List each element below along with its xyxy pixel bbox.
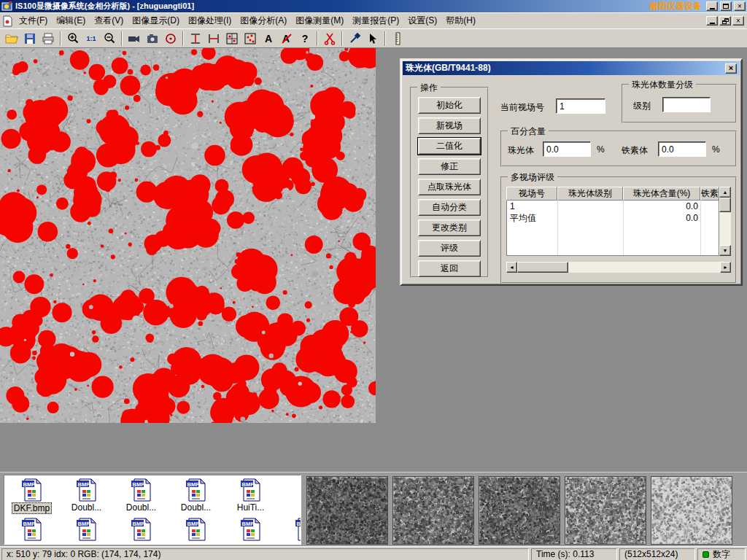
annotate-text-icon[interactable]: A bbox=[260, 31, 277, 47]
toolbar-separator bbox=[182, 31, 184, 46]
file-item[interactable] bbox=[278, 515, 301, 541]
change-class-button[interactable]: 更改类别 bbox=[418, 219, 481, 236]
metallograph-image[interactable] bbox=[0, 48, 376, 423]
target-icon[interactable] bbox=[162, 31, 179, 47]
file-row-partial bbox=[4, 515, 301, 541]
grading-group-label: 珠光体数量分级 bbox=[629, 79, 696, 90]
file-item[interactable] bbox=[59, 515, 114, 541]
current-field-input[interactable] bbox=[556, 98, 605, 114]
thumbnail-image-3[interactable] bbox=[479, 476, 560, 545]
color-picker-icon[interactable] bbox=[346, 31, 363, 47]
thumbnail-image-4[interactable] bbox=[565, 476, 646, 545]
file-item[interactable]: Doubl... bbox=[114, 475, 169, 514]
snapshot-camera-icon[interactable] bbox=[144, 31, 161, 47]
menu-item-settings[interactable]: 设置(S) bbox=[403, 13, 441, 28]
pearlite-label: 珠光体 bbox=[508, 144, 534, 157]
return-button[interactable]: 返回 bbox=[418, 260, 481, 277]
scroll-thumb[interactable] bbox=[719, 198, 731, 212]
save-icon[interactable] bbox=[21, 31, 39, 47]
table-horizontal-scrollbar[interactable]: ◄ ► bbox=[506, 262, 731, 273]
file-item[interactable]: DKF.bmp bbox=[4, 475, 59, 514]
thumbnail-image-1[interactable] bbox=[306, 476, 388, 545]
measure-count-icon[interactable] bbox=[241, 31, 259, 47]
measure-horizontal-icon[interactable] bbox=[205, 31, 222, 47]
actual-size-icon[interactable]: 1:1 bbox=[82, 31, 100, 47]
table-row[interactable]: 平均值 0.0 bbox=[507, 212, 719, 224]
print-icon[interactable] bbox=[39, 31, 57, 47]
column-header[interactable]: 视场号 bbox=[506, 187, 557, 201]
thumbnail-image-5[interactable] bbox=[651, 476, 732, 545]
correct-button[interactable]: 修正 bbox=[418, 158, 481, 175]
menu-item-edit[interactable]: 编辑(E) bbox=[52, 13, 90, 28]
bmp-file-icon bbox=[20, 478, 44, 502]
file-item[interactable]: HuiTi... bbox=[223, 475, 278, 514]
grade-button[interactable]: 评级 bbox=[418, 240, 481, 257]
scroll-up-button[interactable]: ▲ bbox=[719, 187, 731, 198]
menu-item-image-process[interactable]: 图像处理(I) bbox=[184, 13, 236, 28]
toolbar: 1:1 A A ? bbox=[0, 28, 747, 48]
dialog-close-button[interactable]: × bbox=[725, 63, 737, 74]
cut-icon[interactable] bbox=[321, 31, 338, 47]
menu-item-image-measure[interactable]: 图像测量(M) bbox=[291, 13, 348, 28]
auto-classify-button[interactable]: 自动分类 bbox=[418, 199, 481, 216]
mdi-close-button[interactable]: × bbox=[732, 16, 744, 26]
video-camera-icon[interactable] bbox=[125, 31, 143, 47]
grade-input[interactable] bbox=[662, 97, 711, 112]
file-list[interactable]: DKF.bmp Doubl... Doubl... Doubl... HuiTi… bbox=[4, 475, 301, 545]
open-folder-icon[interactable] bbox=[3, 31, 20, 47]
file-item[interactable]: Doubl... bbox=[169, 475, 223, 514]
menu-item-image-display[interactable]: 图像显示(D) bbox=[128, 13, 184, 28]
bmp-file-icon bbox=[294, 518, 302, 541]
table-vertical-scrollbar[interactable]: ▲ ▼ bbox=[719, 187, 731, 256]
bmp-file-icon bbox=[239, 518, 263, 541]
zoom-in-icon[interactable] bbox=[64, 31, 82, 47]
measure-grid-icon[interactable] bbox=[223, 31, 241, 47]
ruler-icon[interactable] bbox=[389, 31, 406, 47]
thumbnail-image-2[interactable] bbox=[392, 476, 474, 545]
column-header[interactable]: 铁素 bbox=[700, 187, 719, 201]
table-row[interactable]: 1 0.0 bbox=[507, 201, 719, 212]
window-title: IS100显微摄像系统(金相分析版) - [zhuguangti01] bbox=[15, 1, 194, 12]
file-item[interactable] bbox=[169, 515, 223, 541]
rating-table: 视场号 珠光体级别 珠光体含量(%) 铁素 1 bbox=[506, 187, 719, 256]
menu-item-measure-report[interactable]: 测量报告(P) bbox=[348, 13, 403, 28]
column-header[interactable]: 珠光体级别 bbox=[557, 187, 623, 201]
ferrite-label: 铁素体 bbox=[622, 144, 648, 157]
menu-item-image-analysis[interactable]: 图像分析(A) bbox=[236, 13, 291, 28]
scroll-left-button[interactable]: ◄ bbox=[506, 262, 517, 273]
title-bar[interactable]: IS100显微摄像系统(金相分析版) - [zhuguangti01] 南阳仪器… bbox=[0, 0, 747, 12]
file-item[interactable] bbox=[114, 515, 169, 541]
new-field-button[interactable]: 新视场 bbox=[418, 117, 481, 134]
mdi-restore-button[interactable] bbox=[719, 16, 731, 26]
close-button[interactable]: × bbox=[734, 1, 746, 11]
pointer-icon[interactable] bbox=[364, 31, 382, 47]
menu-bar: 文件(F) 编辑(E) 查看(V) 图像显示(D) 图像处理(I) 图像分析(A… bbox=[0, 12, 747, 28]
file-item[interactable] bbox=[4, 515, 59, 541]
measure-vertical-icon[interactable] bbox=[187, 31, 204, 47]
menu-item-view[interactable]: 查看(V) bbox=[90, 13, 128, 28]
dialog-title-bar[interactable]: 珠光体(GB/T9441-88) × bbox=[403, 61, 740, 75]
ferrite-input[interactable] bbox=[658, 141, 706, 157]
zoom-out-icon[interactable] bbox=[101, 31, 118, 47]
scroll-down-button[interactable]: ▼ bbox=[719, 245, 731, 256]
vendor-text: 南阳仪器设备 bbox=[649, 0, 702, 12]
minimize-button[interactable] bbox=[706, 1, 718, 11]
bmp-file-icon bbox=[75, 518, 98, 541]
file-item[interactable] bbox=[223, 515, 278, 541]
scroll-right-button[interactable]: ► bbox=[720, 262, 731, 273]
file-item[interactable]: Doubl... bbox=[59, 475, 114, 514]
pearlite-input[interactable] bbox=[543, 141, 591, 157]
pick-pearlite-button[interactable]: 点取珠光体 bbox=[418, 179, 481, 195]
column-header[interactable]: 珠光体含量(%) bbox=[623, 187, 700, 201]
help-icon[interactable]: ? bbox=[296, 31, 314, 47]
scroll-thumb[interactable] bbox=[517, 262, 568, 273]
maximize-button[interactable] bbox=[720, 1, 732, 11]
menu-item-help[interactable]: 帮助(H) bbox=[441, 13, 480, 28]
mode-label: 数字 bbox=[713, 548, 730, 560]
toolbar-separator bbox=[317, 31, 318, 46]
init-button[interactable]: 初始化 bbox=[418, 97, 481, 114]
binarize-button[interactable]: 二值化 bbox=[418, 138, 481, 155]
menu-item-file[interactable]: 文件(F) bbox=[15, 13, 52, 28]
mdi-minimize-button[interactable] bbox=[706, 16, 718, 26]
annotate-text-delete-icon[interactable]: A bbox=[278, 31, 295, 47]
